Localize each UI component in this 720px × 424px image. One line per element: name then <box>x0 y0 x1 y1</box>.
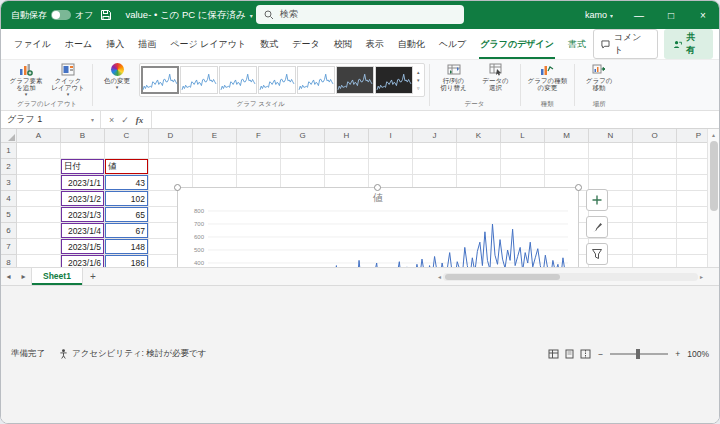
scroll-left-icon[interactable]: ◂ <box>438 273 441 280</box>
cell-B7[interactable]: 2023/1/5 <box>61 239 105 255</box>
cell-F2[interactable] <box>237 159 281 175</box>
sheet-tab-sheet1[interactable]: Sheet1 <box>31 268 83 285</box>
sheet-nav-right-icon[interactable]: ▸ <box>16 272 31 281</box>
autosave-switch-icon[interactable] <box>51 10 71 20</box>
chart-style-thumb-5[interactable] <box>297 66 335 94</box>
accessibility-status[interactable]: アクセシビリティ: 検討が必要です <box>59 348 206 360</box>
zoom-slider[interactable] <box>610 353 668 355</box>
change-chart-type-button[interactable]: グラフの種類 の変更 <box>525 62 571 98</box>
column-header-I[interactable]: I <box>369 129 413 143</box>
formula-input[interactable] <box>152 111 719 128</box>
zoom-out-button[interactable]: − <box>598 349 603 359</box>
name-box[interactable]: グラフ 1 ▾ <box>1 111 101 128</box>
cell-A8[interactable] <box>17 255 61 267</box>
cell-N1[interactable] <box>589 143 633 159</box>
column-header-H[interactable]: H <box>325 129 369 143</box>
cell-K2[interactable] <box>457 159 501 175</box>
zoom-slider-thumb[interactable] <box>636 349 640 359</box>
vertical-scrollbar[interactable]: ▴ <box>707 129 719 267</box>
cell-I1[interactable] <box>369 143 413 159</box>
cell-E2[interactable] <box>193 159 237 175</box>
cancel-icon[interactable]: × <box>109 115 114 125</box>
select-all-corner[interactable] <box>1 129 17 143</box>
quick-layout-button[interactable]: クイック レイアウト ▾ <box>48 62 88 98</box>
cell-M2[interactable] <box>545 159 589 175</box>
account-name[interactable]: kamo▾ <box>575 10 623 20</box>
zoom-level[interactable]: 100% <box>687 349 709 359</box>
column-header-N[interactable]: N <box>589 129 633 143</box>
cell-A1[interactable] <box>17 143 61 159</box>
cell-O1[interactable] <box>633 143 677 159</box>
chart-filter-flyout-button[interactable] <box>586 243 608 265</box>
chart-handle[interactable] <box>174 184 181 191</box>
cell-D1[interactable] <box>149 143 193 159</box>
cell-I2[interactable] <box>369 159 413 175</box>
chart-style-thumb-4[interactable] <box>258 66 296 94</box>
chart-style-thumb-6[interactable] <box>336 66 374 94</box>
cell-C1[interactable] <box>105 143 149 159</box>
comments-button[interactable]: コメント <box>593 29 658 59</box>
cell-C2[interactable]: 値 <box>105 159 149 175</box>
cell-N2[interactable] <box>589 159 633 175</box>
document-title[interactable]: value- • この PC に保存済み ▾ <box>125 9 252 22</box>
chart[interactable]: 値 01002003004005006007008002023/1/12023/… <box>177 187 579 267</box>
cell-A3[interactable] <box>17 175 61 191</box>
cell-C7[interactable]: 148 <box>105 239 149 255</box>
row-header-8[interactable]: 8 <box>1 255 17 267</box>
cell-A5[interactable] <box>17 207 61 223</box>
chart-style-thumb-2[interactable] <box>180 66 218 94</box>
cell-H1[interactable] <box>325 143 369 159</box>
row-header-1[interactable]: 1 <box>1 143 17 159</box>
scroll-right-icon[interactable]: ▸ <box>700 273 703 280</box>
cell-A7[interactable] <box>17 239 61 255</box>
cell-J1[interactable] <box>413 143 457 159</box>
cell-A6[interactable] <box>17 223 61 239</box>
cell-C6[interactable]: 67 <box>105 223 149 239</box>
column-header-A[interactable]: A <box>17 129 61 143</box>
cell-C4[interactable]: 102 <box>105 191 149 207</box>
chart-handle[interactable] <box>374 184 381 191</box>
row-header-4[interactable]: 4 <box>1 191 17 207</box>
cell-O7[interactable] <box>633 239 677 255</box>
cell-B4[interactable]: 2023/1/2 <box>61 191 105 207</box>
horizontal-scrollbar[interactable]: ◂ ▸ <box>438 272 703 282</box>
row-header-6[interactable]: 6 <box>1 223 17 239</box>
ribbon-tab-4[interactable]: ページ レイアウト <box>163 29 253 59</box>
column-header-C[interactable]: C <box>105 129 149 143</box>
normal-view-icon[interactable] <box>548 349 559 359</box>
row-header-5[interactable]: 5 <box>1 207 17 223</box>
maximize-button[interactable]: □ <box>655 1 687 29</box>
cell-G2[interactable] <box>281 159 325 175</box>
vertical-scroll-thumb[interactable] <box>710 141 718 211</box>
close-button[interactable]: × <box>687 1 719 29</box>
cell-B5[interactable]: 2023/1/3 <box>61 207 105 223</box>
insert-function-button[interactable]: fx <box>136 115 144 125</box>
move-chart-button[interactable]: グラフの 移動 <box>579 62 619 98</box>
chart-style-flyout-button[interactable] <box>586 216 608 238</box>
cell-C5[interactable]: 65 <box>105 207 149 223</box>
share-button[interactable]: 共有 <box>664 29 713 59</box>
ribbon-tab-10[interactable]: ヘルプ <box>432 29 474 59</box>
minimize-button[interactable]: — <box>623 1 655 29</box>
column-header-L[interactable]: L <box>501 129 545 143</box>
column-header-B[interactable]: B <box>61 129 105 143</box>
column-header-E[interactable]: E <box>193 129 237 143</box>
cell-L2[interactable] <box>501 159 545 175</box>
column-header-K[interactable]: K <box>457 129 501 143</box>
cell-H2[interactable] <box>325 159 369 175</box>
ribbon-tab-11[interactable]: グラフのデザイン <box>473 29 561 59</box>
chart-handle[interactable] <box>575 184 582 191</box>
save-icon[interactable] <box>100 9 112 21</box>
add-chart-element-flyout-button[interactable] <box>586 189 608 211</box>
ribbon-tab-12[interactable]: 書式 <box>561 29 593 59</box>
cell-O8[interactable] <box>633 255 677 267</box>
page-break-view-icon[interactable] <box>580 349 591 359</box>
chart-style-thumb-3[interactable] <box>219 66 257 94</box>
cell-G1[interactable] <box>281 143 325 159</box>
search-box[interactable]: 検索 <box>256 5 464 24</box>
row-header-7[interactable]: 7 <box>1 239 17 255</box>
cell-B2[interactable]: 日付 <box>61 159 105 175</box>
row-header-3[interactable]: 3 <box>1 175 17 191</box>
ribbon-tab-7[interactable]: 校閲 <box>327 29 359 59</box>
cell-F1[interactable] <box>237 143 281 159</box>
